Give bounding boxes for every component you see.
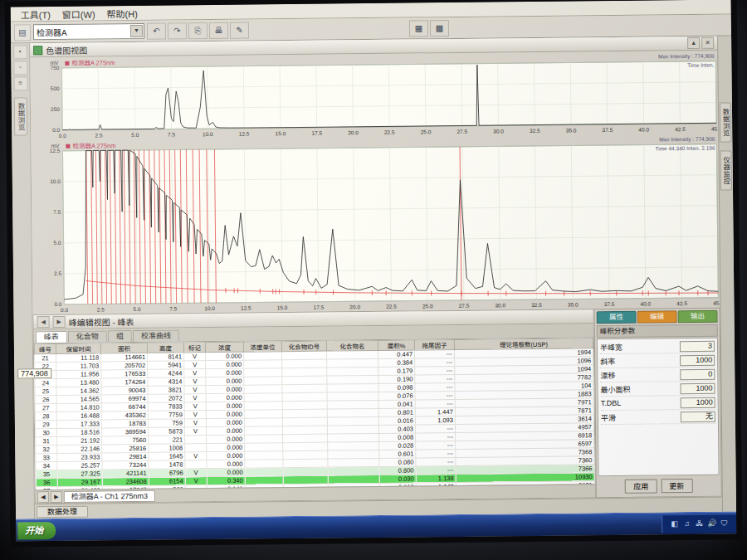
menu-item[interactable]: 窗口(W) (57, 7, 100, 21)
table-cell (327, 416, 378, 426)
table-cell: 0.179 (378, 367, 415, 375)
param-value[interactable]: 1000 (680, 354, 715, 365)
close-icon[interactable]: ✕ (701, 37, 714, 49)
peak-table-tab[interactable]: 校准曲线 (133, 329, 179, 342)
table-cell (282, 359, 327, 368)
prev-arrow-icon[interactable]: ◀ (37, 316, 50, 328)
tray-icon[interactable]: 🛡 (720, 519, 729, 528)
data-processing-tab[interactable]: 数据处理 (37, 506, 88, 519)
table-cell: 0.340 (207, 476, 245, 485)
peak-table-tab[interactable]: 组 (108, 330, 132, 342)
toolbar-button-icon[interactable]: ▩ (430, 20, 449, 37)
svg-text:0.0: 0.0 (59, 133, 66, 139)
table-cell: --- (416, 457, 456, 466)
params-tab[interactable]: 编辑 (637, 310, 677, 324)
toolbar-button-icon[interactable]: ⎘ (188, 22, 208, 39)
table-cell (245, 451, 283, 460)
table-cell (244, 426, 282, 435)
rail-button-icon[interactable]: ▪ (13, 45, 27, 59)
table-cell: 21 (35, 354, 56, 363)
column-header[interactable]: 化合物名 (326, 340, 378, 351)
chevron-down-icon[interactable]: ▼ (130, 25, 143, 37)
toolbar-button-icon[interactable]: 🖶 (209, 22, 228, 38)
left-vertical-tab[interactable]: 数据浏览 (14, 97, 27, 135)
chromatogram-chart-top[interactable]: 0.02.55.07.510.012.515.017.520.022.525.0… (30, 51, 723, 141)
tray-icon[interactable]: 🔊 (707, 519, 716, 528)
column-header[interactable]: 峰号 (34, 344, 56, 354)
toolbar-button-icon[interactable]: ✎ (230, 22, 249, 38)
table-cell (283, 442, 328, 451)
chromatogram-chart-bottom[interactable]: 0.02.55.07.510.012.515.017.520.022.525.0… (31, 134, 725, 315)
param-value[interactable]: 无 (681, 411, 715, 421)
toolbar-button-icon[interactable]: ↷ (168, 22, 187, 39)
table-cell: V (184, 411, 206, 419)
peak-table: 峰号保留时间面积高度标记浓度浓度单位化合物ID号化合物名面积%拖尾因子理论塔板数… (34, 338, 595, 489)
channel-tab[interactable]: 检测器A - Ch1 275nm3 (64, 489, 155, 502)
param-field: 半峰宽3 (600, 339, 715, 354)
table-cell: V (184, 361, 206, 369)
toolbar-button-icon[interactable]: ▦ (409, 20, 428, 37)
detector-combobox[interactable]: 检测器A ▼ (33, 23, 144, 40)
param-value[interactable]: 1000 (680, 382, 715, 393)
right-vertical-tab[interactable]: 仪器监控 (720, 150, 733, 190)
rail-button-icon[interactable]: ≡ (13, 76, 27, 90)
table-cell: 0.000 (207, 443, 245, 451)
peak-table-tab[interactable]: 化合物 (68, 330, 107, 342)
column-header[interactable]: 高度 (147, 343, 183, 353)
chromatogram-icon (33, 46, 42, 55)
right-vertical-tab[interactable]: 数据浏览 (720, 102, 732, 142)
table-cell: 0.098 (378, 383, 415, 392)
menu-item[interactable]: 帮助(H) (101, 6, 142, 20)
svg-text:40.0: 40.0 (638, 127, 649, 133)
table-cell (327, 383, 378, 392)
column-header[interactable]: 浓度 (205, 342, 243, 352)
svg-text:37.5: 37.5 (604, 301, 615, 307)
param-value[interactable]: 0 (680, 368, 715, 379)
column-header[interactable]: 保留时间 (56, 343, 100, 354)
column-header[interactable]: 标记 (183, 343, 205, 353)
param-field: T.DBL1000 (601, 396, 715, 411)
table-cell: 13.480 (56, 378, 101, 387)
svg-text:27.5: 27.5 (456, 129, 467, 134)
table-cell (282, 384, 327, 393)
toolbar-button-icon[interactable]: ↶ (147, 22, 166, 39)
svg-text:250: 250 (51, 106, 60, 112)
collapse-icon[interactable]: ▲ (687, 37, 700, 49)
params-button[interactable]: 更新 (661, 479, 692, 493)
rail-button-icon[interactable]: ▫ (13, 61, 27, 75)
column-header[interactable]: 化合物ID号 (281, 341, 326, 352)
peak-table-tab[interactable]: 峰表 (36, 331, 67, 343)
tray-icon[interactable]: 🖧 (695, 519, 704, 528)
column-header[interactable]: 面积 (100, 343, 147, 353)
table-cell: 0.041 (378, 400, 415, 408)
svg-text:25.0: 25.0 (422, 303, 433, 309)
table-cell: 5941 (148, 361, 184, 369)
table-cell (245, 435, 283, 443)
column-header[interactable]: 拖尾因子 (414, 339, 454, 350)
svg-text:17.5: 17.5 (311, 130, 322, 136)
table-cell: V (184, 386, 206, 394)
table-cell: --- (415, 374, 455, 383)
column-header[interactable]: 浓度单位 (243, 342, 281, 352)
svg-text:15.0: 15.0 (276, 130, 286, 136)
menu-item[interactable]: 工具(T) (16, 7, 56, 21)
table-cell: V (185, 477, 207, 485)
param-value[interactable]: 3 (680, 340, 715, 351)
params-tab[interactable]: 属性 (597, 311, 637, 324)
start-button[interactable]: 开始 (17, 522, 56, 539)
column-header[interactable]: 面积% (378, 340, 414, 350)
table-cell (283, 467, 328, 476)
svg-text:42.5: 42.5 (675, 126, 686, 132)
tab-right-arrow-icon[interactable]: ▶ (51, 490, 62, 502)
center-column: 色谱图视图 ▲ ✕ 0.02.55.07.510.012.515.017.520… (30, 37, 722, 519)
next-arrow-icon[interactable]: ▶ (53, 316, 66, 328)
tab-left-arrow-icon[interactable]: ◀ (37, 491, 49, 503)
table-cell: --- (416, 465, 456, 475)
tray-icon[interactable]: ◧ (670, 519, 679, 528)
params-tab[interactable]: 输出 (678, 310, 718, 324)
tray-icon[interactable]: ♫ (682, 519, 691, 528)
svg-text:检测器A 275nm: 检测器A 275nm (71, 58, 115, 67)
param-value[interactable]: 1000 (681, 397, 715, 407)
table-cell: 0.000 (206, 410, 244, 418)
params-button[interactable]: 应用 (625, 479, 657, 493)
